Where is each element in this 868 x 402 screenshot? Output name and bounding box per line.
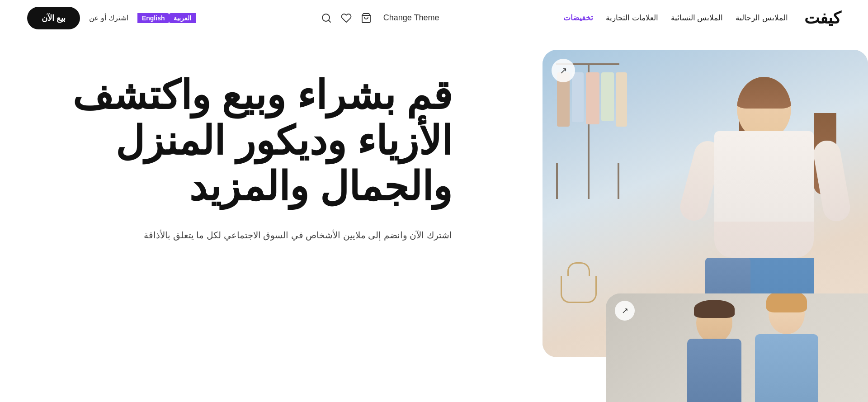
svg-line-2: [328, 20, 330, 22]
nav-link-brands[interactable]: العلامات التجارية: [606, 14, 658, 22]
couple-person-man: [678, 303, 750, 402]
lang-english[interactable]: English: [137, 13, 170, 23]
expand-icon-symbol: ↗: [560, 65, 567, 76]
clothing-item-4: [601, 72, 614, 121]
clothing-item-5: [616, 72, 627, 127]
clothing-rack: [552, 63, 624, 244]
second-image: ↗: [606, 293, 868, 402]
header-left: العربية English اشترك أو عن بيع الآن: [27, 7, 196, 29]
clothing-item-3: [586, 72, 599, 124]
nav-item-men[interactable]: الملابس الرجالية: [736, 13, 788, 23]
lang-switcher[interactable]: العربية English: [137, 13, 196, 23]
logo: كيفت: [804, 9, 841, 28]
main-content: ↗ ↗: [0, 36, 868, 402]
header-center: Change Theme: [320, 12, 439, 24]
person-hair-top: [737, 77, 791, 109]
nav-item-women[interactable]: الملابس النسائية: [671, 13, 723, 23]
expand-icon-2-symbol: ↗: [622, 306, 628, 316]
text-section: قم بشراء وبيع واكتشف الأزياء وديكور المن…: [0, 36, 488, 402]
lang-arabic[interactable]: العربية: [169, 13, 196, 23]
couple-body-man: [687, 339, 741, 402]
clothing-item-2: [572, 72, 584, 122]
bag-icon[interactable]: [360, 12, 373, 24]
couple-body-woman: [755, 334, 818, 402]
header-icons: [320, 12, 373, 24]
subscribe-link[interactable]: اشترك أو عن: [89, 14, 128, 22]
images-section: ↗ ↗: [488, 36, 868, 402]
hero-subtitle: اشترك الآن وانضم إلى ملايين الأشخاص في ا…: [144, 228, 452, 242]
change-theme-button[interactable]: Change Theme: [383, 13, 439, 23]
rack-foot-left: [556, 163, 558, 199]
expand-button-second[interactable]: ↗: [615, 301, 635, 321]
second-image-background: ↗: [606, 293, 868, 402]
nav-item-sales[interactable]: تخفيضات: [563, 13, 593, 23]
sell-button[interactable]: بيع الآن: [27, 7, 80, 29]
hero-title: قم بشراء وبيع واكتشف الأزياء وديكور المن…: [27, 72, 452, 210]
couple-hair-man: [694, 300, 735, 318]
couple-hair-woman: [766, 293, 807, 312]
person-shirt: [714, 131, 814, 222]
nav-item-brands[interactable]: العلامات التجارية: [606, 13, 658, 23]
person-head: [737, 77, 791, 140]
couple-head-man: [696, 303, 732, 343]
basket-decoration: [561, 276, 597, 303]
heart-icon[interactable]: [340, 12, 353, 24]
person-body: [714, 131, 814, 258]
rack-foot-right: [618, 163, 619, 199]
nav-link-sales[interactable]: تخفيضات: [563, 14, 593, 22]
heart-svg: [341, 13, 352, 24]
nav-link-men[interactable]: الملابس الرجالية: [736, 14, 788, 22]
nav-links: الملابس الرجالية الملابس النسائية العلام…: [563, 13, 788, 23]
bag-svg: [361, 13, 372, 24]
basket-handle: [567, 262, 590, 276]
search-icon[interactable]: [320, 12, 333, 24]
search-svg: [321, 13, 332, 24]
couple-head-woman: [769, 293, 805, 334]
header-right: كيفت الملابس الرجالية الملابس النسائية ا…: [563, 9, 841, 28]
couple-person-woman: [741, 293, 832, 402]
expand-button-main[interactable]: ↗: [552, 59, 575, 82]
nav-link-women[interactable]: الملابس النسائية: [671, 14, 723, 22]
site-header: كيفت الملابس الرجالية الملابس النسائية ا…: [0, 0, 868, 36]
